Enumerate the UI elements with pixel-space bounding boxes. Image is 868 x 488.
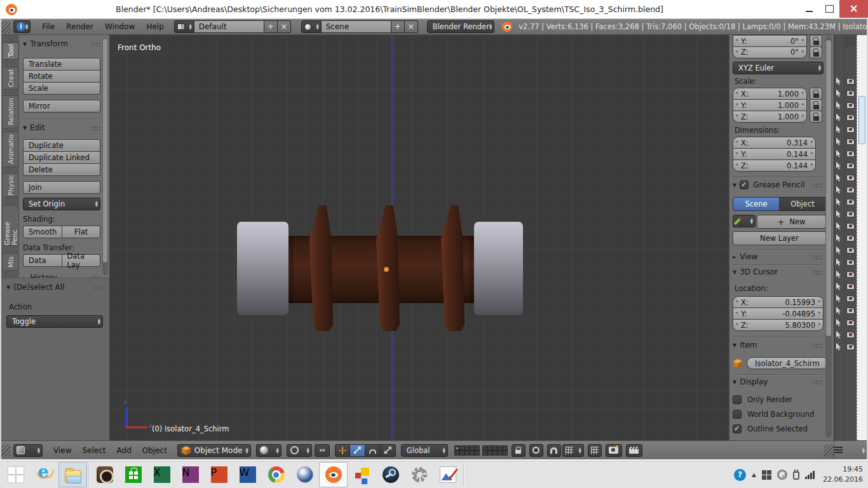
delete-scene-button[interactable]: ×	[405, 20, 418, 33]
renderable-toggle-icon[interactable]	[846, 247, 855, 254]
usb-tray-icon[interactable]	[793, 471, 799, 480]
cursor-panel-header[interactable]: ▼ 3D Cursor	[733, 267, 822, 277]
shade-flat-button[interactable]: Flat	[62, 226, 100, 238]
menu-object[interactable]: Object	[142, 446, 167, 455]
layer-cell[interactable]	[482, 445, 487, 451]
selectable-toggle-icon[interactable]	[836, 295, 843, 302]
deselect-all-panel-header[interactable]: ▼ (De)select All	[6, 282, 103, 292]
layer-cell[interactable]	[459, 445, 465, 451]
renderable-toggle-icon[interactable]	[846, 102, 855, 109]
taskbar-paint-button[interactable]	[433, 462, 462, 487]
dimension-x-field[interactable]: X: 0.314	[733, 137, 816, 149]
lock-rotation-y-button[interactable]	[810, 35, 822, 47]
rotate-manipulator-button[interactable]	[365, 444, 381, 457]
viewport-shading-dropdown[interactable]	[256, 444, 281, 457]
outliner-editor-icon[interactable]	[834, 447, 843, 454]
manipulator-toggle-button[interactable]	[335, 444, 350, 457]
opengl-render-anim-button[interactable]	[626, 444, 642, 457]
renderable-toggle-icon[interactable]	[846, 139, 855, 145]
panel-drag-dots-icon[interactable]	[813, 270, 822, 274]
layer-cell[interactable]	[465, 451, 470, 456]
update-tray-icon[interactable]	[777, 470, 787, 480]
taskbar-word-button[interactable]	[233, 462, 262, 487]
layer-cell[interactable]	[503, 445, 508, 451]
selectable-toggle-icon[interactable]	[836, 126, 843, 133]
menu-view[interactable]: View	[53, 446, 71, 455]
menu-render[interactable]: Render	[66, 22, 93, 31]
renderable-toggle-icon[interactable]	[846, 199, 855, 205]
pivot-point-dropdown[interactable]	[287, 444, 312, 457]
menu-file[interactable]: File	[42, 22, 55, 31]
selectable-toggle-icon[interactable]	[836, 319, 843, 327]
menu-help[interactable]: Help	[146, 22, 163, 31]
action-dropdown[interactable]: Toggle	[6, 315, 103, 328]
selectable-toggle-icon[interactable]	[836, 114, 843, 121]
renderable-toggle-icon[interactable]	[846, 187, 855, 193]
selectable-toggle-icon[interactable]	[836, 90, 843, 97]
duplicate-button[interactable]: Duplicate	[23, 139, 100, 152]
render-engine-dropdown[interactable]: Blender Render	[427, 20, 494, 33]
renderable-toggle-icon[interactable]	[846, 271, 855, 278]
add-layout-button[interactable]: +	[264, 20, 278, 33]
set-origin-dropdown[interactable]: Set Origin	[23, 198, 100, 210]
renderable-toggle-icon[interactable]	[846, 235, 855, 241]
taskbar-blender-button[interactable]	[319, 462, 348, 487]
decrement-arrow-icon[interactable]	[735, 37, 738, 43]
layer-cell[interactable]	[470, 445, 475, 451]
selectable-toggle-icon[interactable]	[836, 247, 843, 254]
increment-arrow-icon[interactable]	[811, 150, 813, 156]
increment-arrow-icon[interactable]	[818, 309, 821, 315]
opengl-render-button[interactable]	[606, 444, 622, 457]
editor-type-selector[interactable]	[13, 444, 43, 457]
increment-arrow-icon[interactable]	[802, 101, 804, 107]
snap-element-dropdown[interactable]	[562, 444, 584, 457]
selectable-toggle-icon[interactable]	[836, 331, 843, 339]
toolshelf-tab-relations[interactable]: Relation	[3, 95, 19, 128]
history-panel-header[interactable]: ► History	[23, 273, 100, 278]
panel-drag-dots-icon[interactable]	[813, 255, 822, 259]
layer-cell[interactable]	[503, 451, 508, 456]
gp-scene-button[interactable]: Scene	[733, 197, 780, 211]
selectable-toggle-icon[interactable]	[836, 150, 843, 158]
panel-drag-dots-icon[interactable]	[91, 126, 100, 130]
increment-arrow-icon[interactable]	[802, 37, 804, 43]
transform-orientation-dropdown[interactable]: Global	[401, 444, 448, 457]
gp-new-button[interactable]: + New	[757, 215, 826, 229]
join-button[interactable]: Join	[23, 181, 100, 194]
toolshelf-tab-physics[interactable]: Physic	[3, 173, 19, 197]
selectable-toggle-icon[interactable]	[836, 174, 843, 182]
scale-manipulator-button[interactable]	[381, 444, 396, 457]
taskbar-steam-button[interactable]	[376, 462, 405, 487]
taskbar-onenote-button[interactable]	[176, 462, 205, 487]
rotation-mode-dropdown[interactable]: XYZ Euler	[733, 62, 824, 74]
renderable-toggle-icon[interactable]	[846, 114, 855, 121]
display-panel-header[interactable]: ▼ Display	[733, 377, 822, 387]
menu-add[interactable]: Add	[117, 446, 132, 455]
show-hidden-icons-button[interactable]: ▲	[752, 471, 756, 478]
layer-cell[interactable]	[454, 451, 459, 456]
selectable-toggle-icon[interactable]	[836, 162, 843, 170]
lock-rotation-z-button[interactable]	[810, 46, 822, 58]
taskbar-store-button[interactable]	[119, 462, 147, 487]
dimension-z-field[interactable]: Z: 0.144	[733, 159, 816, 172]
outline-selected-checkbox[interactable]	[733, 424, 742, 433]
layer-cell[interactable]	[487, 445, 492, 451]
grease-pencil-panel-header[interactable]: ▼ Grease Pencil	[733, 180, 822, 190]
taskbar-clock[interactable]: 19:45 22.06.2016	[823, 464, 863, 485]
layer-cell[interactable]	[470, 451, 475, 456]
item-panel-header[interactable]: ▼ Item	[733, 340, 822, 350]
delete-layout-button[interactable]: ×	[278, 20, 291, 33]
gp-object-button[interactable]: Object	[780, 197, 826, 211]
renderable-toggle-icon[interactable]	[846, 283, 855, 290]
selectable-toggle-icon[interactable]	[836, 102, 843, 109]
scale-x-field[interactable]: X: 1.000	[733, 88, 807, 100]
taskbar-powerpoint-button[interactable]	[205, 462, 233, 487]
renderable-toggle-icon[interactable]	[846, 151, 855, 157]
toolshelf-tab-grease-pencil[interactable]: Grease Penc	[3, 205, 19, 246]
snap-toggle-button[interactable]	[547, 444, 561, 457]
taskbar-gear-button[interactable]	[405, 462, 433, 487]
scene-name-field[interactable]: Scene	[322, 20, 391, 33]
taskbar-excel-button[interactable]	[147, 462, 176, 487]
selectable-toggle-icon[interactable]	[836, 271, 843, 278]
corner-resize-grip[interactable]	[1, 21, 11, 33]
